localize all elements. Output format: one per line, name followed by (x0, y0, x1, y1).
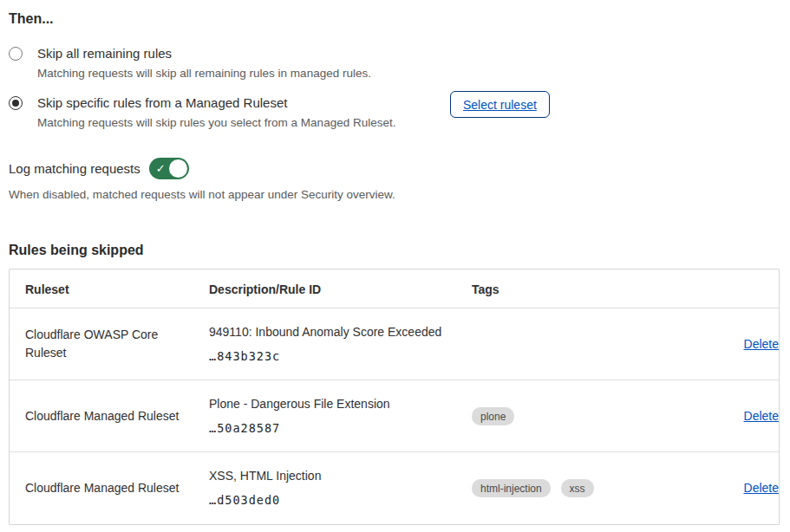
column-header-description-rule-id: Description/Rule ID (193, 269, 456, 308)
column-header-ruleset: Ruleset (10, 269, 193, 308)
actions-cell: Delete (689, 452, 779, 524)
rule-description: XSS, HTML Injection (209, 467, 456, 485)
actions-cell: Delete (689, 308, 779, 380)
rule-id: …50a28587 (209, 419, 456, 438)
delete-link[interactable]: Delete (744, 409, 779, 423)
radio-option-skip-all-rules[interactable]: Skip all remaining rules Matching reques… (9, 45, 780, 81)
action-radio-group: Skip all remaining rules Matching reques… (9, 45, 780, 131)
tag-badge: html-injection (472, 479, 551, 497)
rules-being-skipped-heading: Rules being skipped (9, 242, 780, 258)
tags-cell: plone (456, 380, 689, 452)
select-ruleset-button[interactable]: Select ruleset (450, 91, 550, 118)
log-matching-requests-label: Log matching requests (9, 161, 140, 176)
skipped-rules-table: Ruleset Description/Rule ID Tags Cloudfl… (9, 269, 780, 525)
log-requests-toggle[interactable]: ✓ (149, 158, 189, 179)
ruleset-cell: Cloudflare Managed Ruleset (10, 452, 193, 524)
log-requests-description: When disabled, matched requests will not… (9, 187, 780, 203)
table-row: Cloudflare Managed Ruleset XSS, HTML Inj… (10, 452, 779, 524)
rule-id: …843b323c (209, 347, 456, 366)
then-heading: Then... (9, 10, 780, 27)
delete-link[interactable]: Delete (744, 481, 779, 495)
option-label: Skip all remaining rules (37, 45, 371, 62)
tag-badge: xss (561, 479, 594, 497)
radio-unselected-icon[interactable] (9, 47, 23, 61)
waf-rule-action-panel: Then... Skip all remaining rules Matchin… (0, 0, 790, 525)
table-header-row: Ruleset Description/Rule ID Tags (10, 269, 779, 308)
rule-id: …d503ded0 (209, 491, 456, 509)
column-header-tags: Tags (456, 269, 689, 308)
log-matching-requests-block: Log matching requests ✓ When disabled, m… (9, 158, 780, 203)
column-header-actions (689, 269, 779, 308)
ruleset-cell: Cloudflare OWASP Core Ruleset (10, 308, 193, 380)
description-cell: 949110: Inbound Anomaly Score Exceeded …… (193, 308, 456, 380)
toggle-knob[interactable] (169, 159, 187, 178)
option-skip-specific-row: Skip specific rules from a Managed Rules… (9, 94, 780, 131)
radio-selected-icon[interactable] (9, 96, 23, 110)
delete-link[interactable]: Delete (744, 337, 779, 351)
rule-description: 949110: Inbound Anomaly Score Exceeded (209, 323, 456, 341)
rule-description: Plone - Dangerous File Extension (209, 395, 456, 413)
tag-badge: plone (472, 407, 514, 425)
check-icon: ✓ (156, 163, 166, 174)
option-skip-all-row: Skip all remaining rules Matching reques… (9, 45, 780, 81)
actions-cell: Delete (689, 380, 779, 452)
table-row: Cloudflare OWASP Core Ruleset 949110: In… (10, 308, 779, 380)
option-description: Matching requests will skip all remainin… (37, 66, 371, 81)
option-description: Matching requests will skip rules you se… (37, 115, 395, 131)
table-row: Cloudflare Managed Ruleset Plone - Dange… (10, 380, 779, 452)
radio-option-skip-specific-rules[interactable]: Skip specific rules from a Managed Rules… (9, 94, 780, 131)
tags-cell (456, 308, 689, 380)
tags-cell: html-injection xss (456, 452, 689, 524)
description-cell: Plone - Dangerous File Extension …50a285… (193, 380, 456, 452)
ruleset-cell: Cloudflare Managed Ruleset (10, 380, 193, 452)
option-label: Skip specific rules from a Managed Rules… (37, 94, 395, 111)
description-cell: XSS, HTML Injection …d503ded0 (193, 452, 456, 524)
